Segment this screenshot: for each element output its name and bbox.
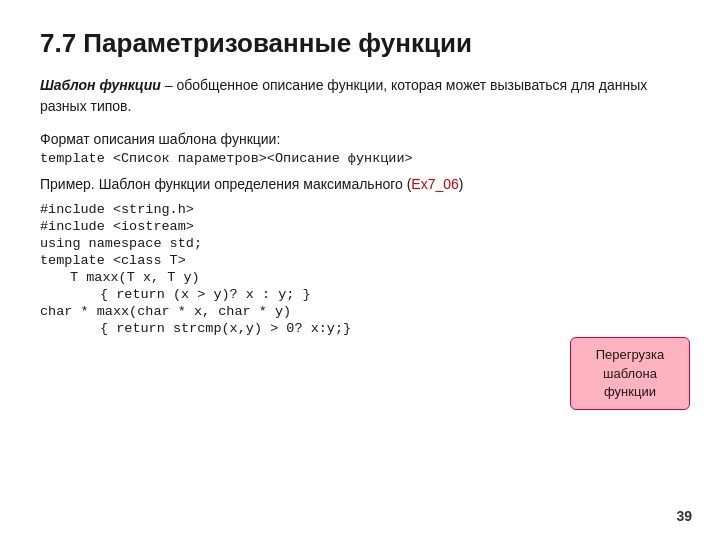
slide-title: 7.7 Параметризованные функции <box>40 28 680 59</box>
code-line-8: { return strcmp(x,y) > 0? x:y;} <box>40 321 680 336</box>
code-line-7: char * maxx(char * x, char * y) <box>40 304 680 319</box>
code-line-5: T maxx(T x, T y) <box>40 270 680 285</box>
tooltip-text: Перегрузка шаблона функции <box>596 347 665 398</box>
code-section: #include <string.h> #include <iostream> … <box>40 202 680 336</box>
code-line-2: #include <iostream> <box>40 219 680 234</box>
format-code-line: template <Список параметров><Описание фу… <box>40 151 680 166</box>
code-line-1: #include <string.h> <box>40 202 680 217</box>
code-line-4: template <class T> <box>40 253 680 268</box>
code-line-6: { return (x > y)? x : y; } <box>40 287 680 302</box>
code-line-3: using namespace std; <box>40 236 680 251</box>
format-label: Формат описания шаблона функции: <box>40 131 680 147</box>
page-number: 39 <box>676 508 692 524</box>
example-link[interactable]: Ex7_06 <box>411 176 458 192</box>
format-code-block: template <Список параметров><Описание фу… <box>40 151 680 166</box>
example-suffix: ) <box>459 176 464 192</box>
definition-term: Шаблон функции <box>40 77 161 93</box>
example-text: Шаблон функции определения максимального… <box>95 176 412 192</box>
example-line: Пример. Шаблон функции определения макси… <box>40 176 680 192</box>
slide: 7.7 Параметризованные функции Шаблон фун… <box>0 0 720 540</box>
definition-paragraph: Шаблон функции – обобщенное описание фун… <box>40 75 680 117</box>
tooltip-box: Перегрузка шаблона функции <box>570 337 690 410</box>
example-prefix: Пример. <box>40 176 95 192</box>
